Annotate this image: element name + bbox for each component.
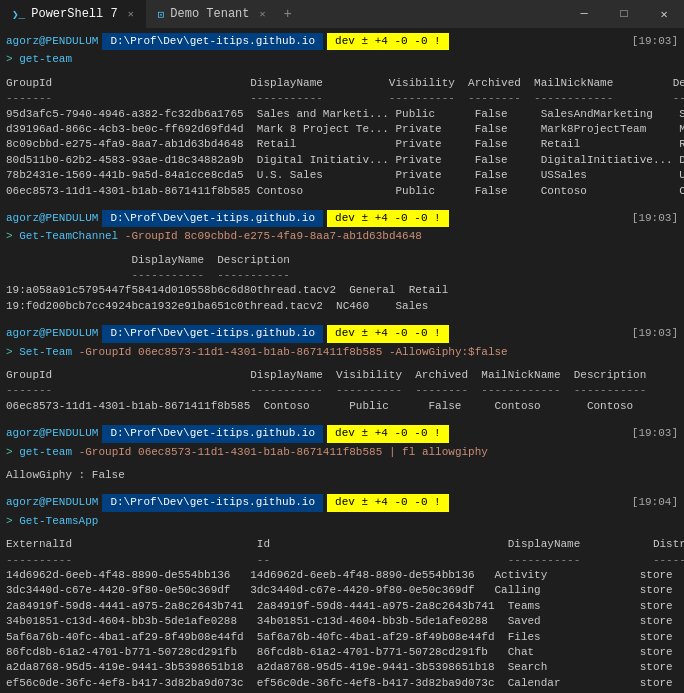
table-row: 19:a058a91c5795447f58414d010558b6c6d80th… xyxy=(6,283,678,298)
table-row: a2da8768-95d5-419e-9441-3b5398651b18 a2d… xyxy=(6,660,678,675)
time-5: [19:04] xyxy=(632,495,678,510)
user-1: agorz@PENDULUM xyxy=(6,34,98,49)
cmd-1: > get-team xyxy=(6,52,678,67)
user-2: agorz@PENDULUM xyxy=(6,211,98,226)
table-row: 2a84919f-59d8-4441-a975-2a8c2643b741 2a8… xyxy=(6,599,678,614)
git-1: dev ± +4 -0 -0 ! xyxy=(327,33,449,50)
table-row: 06ec8573-11d1-4301-b1ab-8671411f8b585 Co… xyxy=(6,399,678,414)
tab-powershell-close[interactable]: ✕ xyxy=(128,8,134,20)
table-row: 8c09cbbd-e275-4fa9-8aa7-ab1d63bd4648 Ret… xyxy=(6,137,678,152)
path-4: D:\Prof\Dev\get-itips.github.io xyxy=(102,425,323,442)
path-3: D:\Prof\Dev\get-itips.github.io xyxy=(102,325,323,342)
section3-sep: ------- ----------- ---------- -------- … xyxy=(6,383,678,398)
table-row: 78b2431e-1569-441b-9a5d-84a1cce8cda5 U.S… xyxy=(6,168,678,183)
cmd-2-param: -GroupId 8c09cbbd-e275-4fa9-8aa7-ab1d63b… xyxy=(125,230,422,242)
cmd-4-name: get-team xyxy=(19,446,72,458)
user-3: agorz@PENDULUM xyxy=(6,326,98,341)
table-row: 14d6962d-6eeb-4f48-8890-de554bb136 14d69… xyxy=(6,568,678,583)
powershell-icon: ❯_ xyxy=(12,8,25,21)
tab-demotenant[interactable]: ⊡ Demo Tenant ✕ xyxy=(146,0,278,28)
cmd-4-param: -GroupId 06ec8573-11d1-4301-b1ab-8671411… xyxy=(79,446,488,458)
git-2: dev ± +4 -0 -0 ! xyxy=(327,210,449,227)
path-5: D:\Prof\Dev\get-itips.github.io xyxy=(102,494,323,511)
tab-powershell-label: PowerShell 7 xyxy=(31,7,117,21)
section5-sep: ---------- -- ----------- --------------… xyxy=(6,553,678,568)
prompt-3: agorz@PENDULUM D:\Prof\Dev\get-itips.git… xyxy=(6,325,678,342)
path-2: D:\Prof\Dev\get-itips.github.io xyxy=(102,210,323,227)
section2-sep: ----------- ----------- xyxy=(6,268,678,283)
cmd-2: > Get-TeamChannel -GroupId 8c09cbbd-e275… xyxy=(6,229,678,244)
minimize-button[interactable]: ─ xyxy=(564,0,604,28)
table-row: 06ec8573-11d1-4301-b1ab-8671411f8b585 Co… xyxy=(6,184,678,199)
demotenant-icon: ⊡ xyxy=(158,8,165,21)
git-5: dev ± +4 -0 -0 ! xyxy=(327,494,449,511)
allowgiphy-output: AllowGiphy : False xyxy=(6,468,678,483)
time-4: [19:03] xyxy=(632,426,678,441)
time-3: [19:03] xyxy=(632,326,678,341)
cmd-5-name: Get-TeamsApp xyxy=(19,515,98,527)
tab-demotenant-label: Demo Tenant xyxy=(170,7,249,21)
section2-headers: DisplayName Description xyxy=(6,253,678,268)
table-row: d39196ad-866c-4cb3-be0c-ff692d69fd4d Mar… xyxy=(6,122,678,137)
tab-demotenant-close[interactable]: ✕ xyxy=(260,8,266,20)
new-tab-button[interactable]: + xyxy=(278,6,298,22)
cmd-4: > get-team -GroupId 06ec8573-11d1-4301-b… xyxy=(6,445,678,460)
time-2: [19:03] xyxy=(632,211,678,226)
path-1: D:\Prof\Dev\get-itips.github.io xyxy=(102,33,323,50)
section1-sep: ------- ----------- ---------- -------- … xyxy=(6,91,678,106)
table-row: 95d3afc5-7940-4946-a382-fc32db6a1765 Sal… xyxy=(6,107,678,122)
time-1: [19:03] xyxy=(632,34,678,49)
cmd-5: > Get-TeamsApp xyxy=(6,514,678,529)
table-row: 34b01851-c13d-4604-bb3b-5de1afe0288 34b0… xyxy=(6,614,678,629)
table-row: 80d511b0-62b2-4583-93ae-d18c34882a9b Dig… xyxy=(6,153,678,168)
table-row: 5af6a76b-40fc-4ba1-af29-8f49b08e44fd 5af… xyxy=(6,630,678,645)
prompt-4: agorz@PENDULUM D:\Prof\Dev\get-itips.git… xyxy=(6,425,678,442)
git-3: dev ± +4 -0 -0 ! xyxy=(327,325,449,342)
window-controls: ─ □ ✕ xyxy=(564,0,684,28)
git-4: dev ± +4 -0 -0 ! xyxy=(327,425,449,442)
prompt-2: agorz@PENDULUM D:\Prof\Dev\get-itips.git… xyxy=(6,210,678,227)
cmd-3: > Set-Team -GroupId 06ec8573-11d1-4301-b… xyxy=(6,345,678,360)
cmd-3-name: Set-Team xyxy=(19,346,72,358)
table-row: 3dc3440d-c67e-4420-9f80-0e50c369df 3dc34… xyxy=(6,583,678,598)
table-row: 19:f0d200bcb7cc4924bca1932e91ba651c0thre… xyxy=(6,299,678,314)
terminal[interactable]: agorz@PENDULUM D:\Prof\Dev\get-itips.git… xyxy=(0,28,684,693)
close-button[interactable]: ✕ xyxy=(644,0,684,28)
tab-powershell[interactable]: ❯_ PowerShell 7 ✕ xyxy=(0,0,146,28)
table-row: 86fcd8b-61a2-4701-b771-50728cd291fb 86fc… xyxy=(6,645,678,660)
prompt-5: agorz@PENDULUM D:\Prof\Dev\get-itips.git… xyxy=(6,494,678,511)
title-bar: ❯_ PowerShell 7 ✕ ⊡ Demo Tenant ✕ + ─ □ … xyxy=(0,0,684,28)
cmd-3-param: -GroupId 06ec8573-11d1-4301-b1ab-8671411… xyxy=(79,346,508,358)
cmd-2-name: Get-TeamChannel xyxy=(19,230,118,242)
table-row: ef56c0de-36fc-4ef8-b417-3d82ba9d073c ef5… xyxy=(6,676,678,691)
user-4: agorz@PENDULUM xyxy=(6,426,98,441)
section1-headers: GroupId DisplayName Visibility Archived … xyxy=(6,76,678,91)
user-5: agorz@PENDULUM xyxy=(6,495,98,510)
maximize-button[interactable]: □ xyxy=(604,0,644,28)
prompt-1: agorz@PENDULUM D:\Prof\Dev\get-itips.git… xyxy=(6,33,678,50)
cmd-1-name: get-team xyxy=(19,53,72,65)
section5-headers: ExternalId Id DisplayName DistributionMe… xyxy=(6,537,678,552)
section3-headers: GroupId DisplayName Visibility Archived … xyxy=(6,368,678,383)
